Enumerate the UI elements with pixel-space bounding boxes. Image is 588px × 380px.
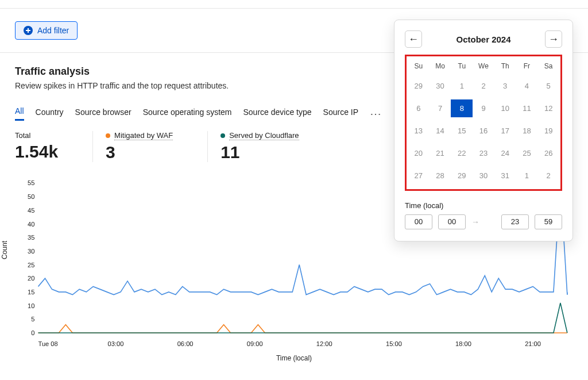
calendar-grid: SuMoTuWeThFrSa29301234567891011121314151… <box>408 60 559 185</box>
time-to-min[interactable]: 59 <box>535 214 562 229</box>
add-filter-label: Add filter <box>37 26 69 35</box>
svg-text:21:00: 21:00 <box>525 340 541 347</box>
time-label: Time (local) <box>405 201 562 210</box>
metric-mitigated-value: 3 <box>106 143 173 162</box>
calendar-day[interactable]: 15 <box>451 122 473 140</box>
calendar-day[interactable]: 16 <box>473 122 494 140</box>
calendar-day[interactable]: 27 <box>408 167 430 185</box>
dot-orange-icon <box>106 133 110 138</box>
calendar-day[interactable]: 8 <box>451 99 473 117</box>
plus-circle-icon <box>24 26 33 35</box>
svg-text:12:00: 12:00 <box>316 340 332 347</box>
calendar-day[interactable]: 10 <box>494 99 516 117</box>
calendar-dow: Th <box>494 60 516 72</box>
metric-served-label[interactable]: Served by Cloudflare <box>229 131 299 140</box>
calendar-dow: Sa <box>537 60 559 72</box>
calendar-day[interactable]: 29 <box>451 167 473 185</box>
svg-text:18:00: 18:00 <box>455 340 471 347</box>
tab-source-browser[interactable]: Source browser <box>75 108 131 120</box>
tab-source-ip[interactable]: Source IP <box>323 108 358 120</box>
calendar-day[interactable]: 1 <box>516 167 538 185</box>
calendar-dow: Mo <box>430 60 451 72</box>
calendar-day[interactable]: 31 <box>494 167 516 185</box>
svg-text:45: 45 <box>28 207 34 214</box>
tab-all[interactable]: All <box>15 106 24 121</box>
calendar-day[interactable]: 29 <box>408 77 430 95</box>
calendar-day[interactable]: 28 <box>430 167 451 185</box>
calendar-day[interactable]: 3 <box>494 77 516 95</box>
time-from-min[interactable]: 00 <box>438 214 466 229</box>
calendar-day[interactable]: 4 <box>516 77 538 95</box>
svg-text:35: 35 <box>28 234 34 241</box>
metric-mitigated: Mitigated by WAF 3 <box>92 131 207 162</box>
svg-text:40: 40 <box>28 220 34 227</box>
time-arrow-icon: → <box>471 217 479 227</box>
time-from-hour[interactable]: 00 <box>405 214 432 229</box>
calendar-day[interactable]: 20 <box>408 144 430 162</box>
metric-served-value: 11 <box>220 143 299 162</box>
svg-text:30: 30 <box>28 248 34 255</box>
metric-total: Total 1.54k <box>15 131 92 162</box>
calendar-day[interactable]: 12 <box>537 99 559 117</box>
svg-text:0: 0 <box>31 329 34 336</box>
calendar-day[interactable]: 5 <box>537 77 559 95</box>
tab-country[interactable]: Country <box>36 108 64 120</box>
tab-source-os[interactable]: Source operating system <box>143 108 232 120</box>
next-month-button[interactable]: → <box>545 30 562 48</box>
calendar-day[interactable]: 30 <box>473 167 494 185</box>
chart-y-axis-label: Count <box>1 241 9 259</box>
datepicker-month: October 2024 <box>456 34 510 44</box>
svg-text:15:00: 15:00 <box>386 340 402 347</box>
svg-text:50: 50 <box>28 193 34 200</box>
more-tabs-icon[interactable]: ⋯ <box>370 108 381 120</box>
calendar-day[interactable]: 2 <box>473 77 494 95</box>
calendar-day[interactable]: 17 <box>494 122 516 140</box>
calendar-dow: Tu <box>451 60 473 72</box>
arrow-right-icon: → <box>548 33 559 45</box>
svg-text:03:00: 03:00 <box>108 340 124 347</box>
svg-text:55: 55 <box>28 179 34 186</box>
calendar-day[interactable]: 23 <box>473 144 494 162</box>
calendar-frame: SuMoTuWeThFrSa29301234567891011121314151… <box>405 55 562 191</box>
metric-mitigated-label[interactable]: Mitigated by WAF <box>114 131 173 140</box>
metric-total-label: Total <box>15 131 58 140</box>
calendar-dow: Fr <box>516 60 538 72</box>
prev-month-button[interactable]: ← <box>405 30 422 48</box>
svg-text:15: 15 <box>28 289 34 295</box>
calendar-day[interactable]: 24 <box>494 144 516 162</box>
svg-text:10: 10 <box>28 302 34 309</box>
svg-text:25: 25 <box>28 262 34 268</box>
calendar-day[interactable]: 30 <box>430 77 451 95</box>
calendar-dow: Su <box>408 60 430 72</box>
svg-text:06:00: 06:00 <box>177 340 194 347</box>
arrow-left-icon: ← <box>408 33 419 45</box>
calendar-day[interactable]: 11 <box>516 99 538 117</box>
chart-x-axis-label: Time (local) <box>0 354 588 362</box>
calendar-dow: We <box>473 60 494 72</box>
calendar-day[interactable]: 25 <box>516 144 538 162</box>
calendar-day[interactable]: 13 <box>408 122 430 140</box>
calendar-day[interactable]: 18 <box>516 122 538 140</box>
metric-total-value: 1.54k <box>15 142 58 162</box>
metric-served: Served by Cloudflare 11 <box>207 131 333 162</box>
calendar-day[interactable]: 7 <box>430 99 451 117</box>
svg-text:20: 20 <box>28 275 34 282</box>
time-to-hour[interactable]: 23 <box>501 214 529 229</box>
calendar-day[interactable]: 22 <box>451 144 473 162</box>
datepicker-popover: ← October 2024 → SuMoTuWeThFrSa293012345… <box>394 20 573 241</box>
calendar-day[interactable]: 1 <box>451 77 473 95</box>
dot-teal-icon <box>220 133 225 138</box>
svg-text:5: 5 <box>31 316 34 323</box>
calendar-day[interactable]: 26 <box>537 144 559 162</box>
calendar-day[interactable]: 21 <box>430 144 451 162</box>
calendar-day[interactable]: 6 <box>408 99 430 117</box>
svg-text:09:00: 09:00 <box>247 340 263 347</box>
calendar-day[interactable]: 9 <box>473 99 494 117</box>
add-filter-button[interactable]: Add filter <box>15 21 78 40</box>
tab-source-device[interactable]: Source device type <box>243 108 312 120</box>
svg-text:Tue 08: Tue 08 <box>38 340 58 347</box>
calendar-day[interactable]: 2 <box>537 167 559 185</box>
calendar-day[interactable]: 19 <box>537 122 559 140</box>
calendar-day[interactable]: 14 <box>430 122 451 140</box>
